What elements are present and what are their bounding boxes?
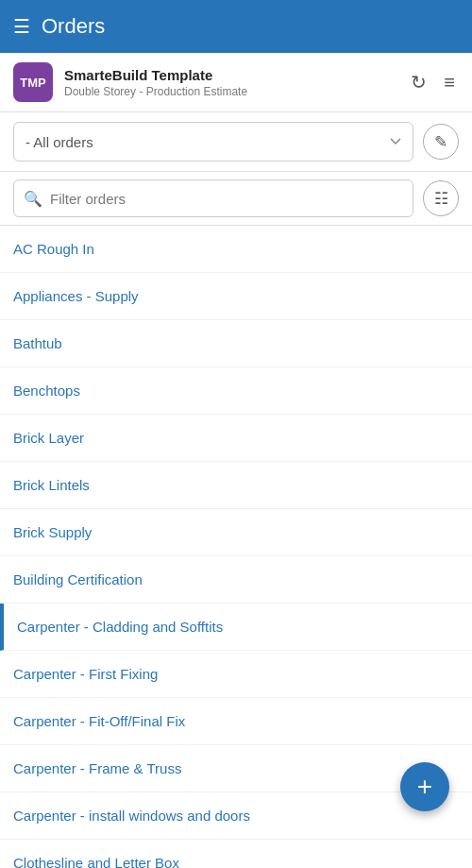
order-item-label: Carpenter - install windows and doors xyxy=(13,808,250,824)
list-item[interactable]: Building Certification xyxy=(0,556,472,604)
list-item[interactable]: Bathtub xyxy=(0,320,472,367)
list-item[interactable]: Carpenter - install windows and doors xyxy=(0,792,472,840)
page-title: Orders xyxy=(42,14,105,39)
order-item-label: Carpenter - Cladding and Sofftits xyxy=(17,619,223,635)
list-item[interactable]: Carpenter - First Fixing xyxy=(0,651,472,698)
project-subtitle: Double Storey - Production Estimate xyxy=(64,85,407,98)
order-item-label: Building Certification xyxy=(13,571,143,587)
order-item-label: Carpenter - Frame & Truss xyxy=(13,760,181,776)
order-item-label: Benchtops xyxy=(13,383,80,399)
order-item-label: Brick Layer xyxy=(13,430,84,446)
filter-icon: ☷ xyxy=(434,189,448,209)
order-item-label: Carpenter - Fit-Off/Final Fix xyxy=(13,713,185,729)
list-item[interactable]: Benchtops xyxy=(0,367,472,415)
list-item[interactable]: Carpenter - Fit-Off/Final Fix xyxy=(0,698,472,745)
plus-icon: + xyxy=(417,772,432,802)
avatar: TMP xyxy=(13,62,53,102)
search-row: 🔍 ☷ xyxy=(0,172,472,226)
list-item[interactable]: Brick Supply xyxy=(0,509,472,556)
list-item[interactable]: AC Rough In xyxy=(0,226,472,273)
project-row: TMP SmarteBuild Template Double Storey -… xyxy=(0,53,472,112)
project-info: SmarteBuild Template Double Storey - Pro… xyxy=(64,67,407,98)
top-bar: ☰ Orders xyxy=(0,0,472,53)
project-actions: ↻ ≡ xyxy=(407,67,459,97)
project-name: SmarteBuild Template xyxy=(64,67,407,83)
refresh-button[interactable]: ↻ xyxy=(407,67,430,97)
orders-list: AC Rough InAppliances - SupplyBathtubBen… xyxy=(0,226,472,868)
list-item[interactable]: Carpenter - Cladding and Sofftits xyxy=(0,604,472,651)
order-item-label: Carpenter - First Fixing xyxy=(13,666,158,682)
add-order-button[interactable]: + xyxy=(400,762,449,811)
edit-button[interactable]: ✎ xyxy=(423,124,459,160)
refresh-icon: ↻ xyxy=(411,71,427,94)
search-box: 🔍 xyxy=(13,179,413,217)
orders-select[interactable]: - All orders My orders Pending Approved … xyxy=(13,122,413,162)
list-item[interactable]: Brick Lintels xyxy=(0,462,472,509)
list-item[interactable]: Appliances - Supply xyxy=(0,273,472,320)
hamburger-icon[interactable]: ☰ xyxy=(13,15,30,38)
list-icon: ≡ xyxy=(444,72,455,94)
order-item-label: Bathtub xyxy=(13,335,62,351)
list-item[interactable]: Clothesline and Letter Box xyxy=(0,840,472,868)
filter-row: - All orders My orders Pending Approved … xyxy=(0,112,472,172)
order-item-label: Brick Lintels xyxy=(13,477,90,493)
order-item-label: Clothesline and Letter Box xyxy=(13,855,179,868)
list-item[interactable]: Brick Layer xyxy=(0,415,472,462)
edit-icon: ✎ xyxy=(434,132,447,152)
order-item-label: AC Rough In xyxy=(13,241,94,257)
search-icon: 🔍 xyxy=(24,190,42,208)
filter-button[interactable]: ☷ xyxy=(423,180,459,216)
order-item-label: Brick Supply xyxy=(13,524,92,540)
order-item-label: Appliances - Supply xyxy=(13,288,139,304)
list-view-button[interactable]: ≡ xyxy=(440,68,459,97)
search-input[interactable] xyxy=(50,191,403,207)
